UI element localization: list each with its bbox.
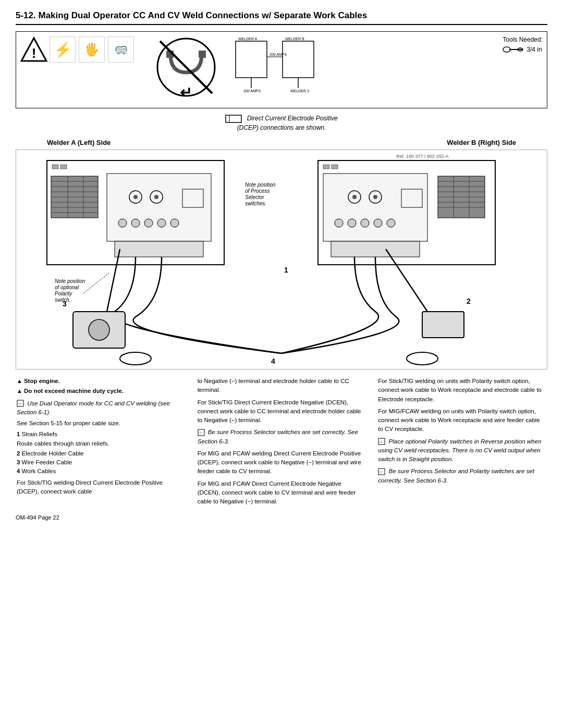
col2-note-text: Be sure Process Selector switches are se… xyxy=(198,429,358,444)
svg-point-41 xyxy=(133,195,138,199)
svg-rect-87 xyxy=(422,312,464,338)
svg-text:WELDER B: WELDER B xyxy=(285,37,304,41)
svg-text:Selector: Selector xyxy=(245,194,264,200)
svg-text:↵: ↵ xyxy=(180,84,192,101)
weld-connection-diagram: Note position of optional Polarity switc… xyxy=(16,150,547,369)
svg-rect-7 xyxy=(199,51,206,58)
main-diagram: Note position of optional Polarity switc… xyxy=(16,150,547,369)
svg-rect-62 xyxy=(332,165,338,169)
see-section-cable: See Section 5-15 for proper cable size. xyxy=(17,419,185,428)
col2-p2: For Stick/TIG Direct Current Electrode N… xyxy=(198,398,366,425)
svg-text:☞: ☞ xyxy=(379,439,383,445)
svg-point-48 xyxy=(170,219,179,227)
page-number: OM-494 Page 22 xyxy=(16,514,59,521)
col2-p1: to Negative (−) terminal and electrode h… xyxy=(198,377,366,395)
svg-text:☞: ☞ xyxy=(379,470,383,475)
svg-text:of Process: of Process xyxy=(245,188,270,194)
no-magnet-icon: ↵ xyxy=(155,36,217,104)
warning-triangle-icon: ! xyxy=(20,36,47,63)
svg-point-89 xyxy=(120,352,151,365)
wrench-size-line: 3/4 in xyxy=(503,45,543,54)
svg-point-78 xyxy=(348,219,356,227)
svg-rect-11 xyxy=(283,41,314,78)
note-icon-3: ☞ xyxy=(378,438,385,445)
col3-p1: For Stick/TIG welding on units with Pola… xyxy=(378,377,546,404)
wrench-size-value: 3/4 in xyxy=(527,46,542,53)
page-footer: OM-494 Page 22 xyxy=(16,514,547,521)
svg-text:WELDER 3: WELDER 3 xyxy=(290,89,309,93)
item1-num: 1 xyxy=(17,431,20,437)
goggles-icon: 🥽 xyxy=(108,36,134,63)
svg-point-79 xyxy=(361,219,369,227)
no-touch-icon: 🖐 xyxy=(79,36,105,63)
no-magnet-section: ↵ xyxy=(155,36,217,104)
svg-point-76 xyxy=(373,195,377,199)
svg-point-77 xyxy=(335,219,343,227)
stick-tig-dcep-note: For Stick/TIG welding Direct Current Ele… xyxy=(17,478,185,497)
item3-wire-feeder: 3 Wire Feeder Cable xyxy=(17,458,185,467)
item1-strain-reliefs: 1 Strain Reliefs xyxy=(17,430,185,439)
dcep-icon xyxy=(225,114,242,124)
dcep-line2: (DCEP) connections are shown. xyxy=(237,124,326,131)
svg-text:of optional: of optional xyxy=(55,285,79,290)
svg-point-43 xyxy=(154,195,158,199)
svg-point-81 xyxy=(387,219,395,227)
welder-small-diagram: WELDER A WELDER B 200 AMPS 200 AMPS WELD… xyxy=(233,36,316,95)
svg-text:Note position: Note position xyxy=(55,278,85,284)
svg-point-74 xyxy=(352,195,357,199)
svg-rect-61 xyxy=(323,165,329,169)
col3-note1: ☞ Place optional Polarity switches in Re… xyxy=(378,437,546,464)
svg-text:⚡: ⚡ xyxy=(54,41,72,58)
svg-rect-49 xyxy=(115,241,203,257)
svg-text:1: 1 xyxy=(284,266,288,274)
route-cables: Route cables through strain reliefs. xyxy=(17,439,185,448)
welder-side-labels: Welder A (Left) Side Welder B (Right) Si… xyxy=(47,139,516,146)
item3-label: Wire Feeder Cable xyxy=(22,459,72,465)
use-dual-text: Use Dual Operator mode for CC and CV wel… xyxy=(17,400,170,415)
tools-label: Tools Needed: xyxy=(503,36,543,43)
svg-point-20 xyxy=(503,47,510,52)
col3-note2-text: Be sure Process Selector and Polarity sw… xyxy=(378,468,534,483)
svg-text:Ref. 190 377 / 802 292-A: Ref. 190 377 / 802 292-A xyxy=(396,154,449,159)
item3-num: 3 xyxy=(17,459,20,465)
svg-rect-82 xyxy=(331,241,420,257)
svg-rect-28 xyxy=(60,165,67,169)
wrench-icon xyxy=(503,45,523,54)
svg-text:switches.: switches. xyxy=(245,201,266,206)
svg-text:☞: ☞ xyxy=(199,430,203,436)
use-dual-note: ☞ Use Dual Operator mode for CC and CV w… xyxy=(17,399,185,417)
warning-icons: ! ⚡ 🖐 🥽 xyxy=(20,36,134,63)
col3-note1-text: Place optional Polarity switches in Reve… xyxy=(378,438,541,463)
item2-label: Electrode Holder Cable xyxy=(22,450,84,456)
svg-text:WELDER A: WELDER A xyxy=(238,37,258,41)
column-middle: to Negative (−) terminal and electrode h… xyxy=(197,377,367,506)
note-icon-2: ☞ xyxy=(198,429,205,436)
column-right: For Stick/TIG welding on units with Pola… xyxy=(377,377,547,506)
svg-point-47 xyxy=(157,219,166,227)
svg-text:200 AMPS: 200 AMPS xyxy=(270,53,287,56)
svg-line-86 xyxy=(107,249,120,312)
svg-text:Polarity: Polarity xyxy=(55,291,72,297)
item2-electrode: 2 Electrode Holder Cable xyxy=(17,449,185,458)
svg-text:🖐: 🖐 xyxy=(84,42,100,57)
col3-note2: ☞ Be sure Process Selector and Polarity … xyxy=(378,467,546,485)
tools-needed: Tools Needed: 3/4 in xyxy=(503,36,543,54)
item4-label: Work Cables xyxy=(22,468,56,474)
svg-text:!: ! xyxy=(32,45,36,61)
note-icon-4: ☞ xyxy=(378,468,385,475)
duty-cycle: Do not exceed machine duty cycle. xyxy=(17,387,185,396)
svg-text:3: 3 xyxy=(63,300,67,308)
svg-text:☞: ☞ xyxy=(18,401,22,406)
svg-rect-23 xyxy=(226,115,241,122)
svg-point-85 xyxy=(89,319,109,340)
svg-point-44 xyxy=(118,219,127,227)
svg-point-90 xyxy=(407,352,438,365)
note-icon-1: ☞ xyxy=(17,400,24,407)
welder-a-label: Welder A (Left) Side xyxy=(47,139,111,146)
col2-p3: For MIG and FCAW welding Direct Current … xyxy=(198,449,366,476)
safety-icon-group: ⚡ 🖐 🥽 xyxy=(50,36,134,63)
svg-text:4: 4 xyxy=(271,357,275,365)
column-left: Stop engine. Do not exceed machine duty … xyxy=(16,377,186,506)
item4-work-cables: 4 Work Cables xyxy=(17,467,185,476)
col2-note: ☞ Be sure Process Selector switches are … xyxy=(198,428,366,446)
